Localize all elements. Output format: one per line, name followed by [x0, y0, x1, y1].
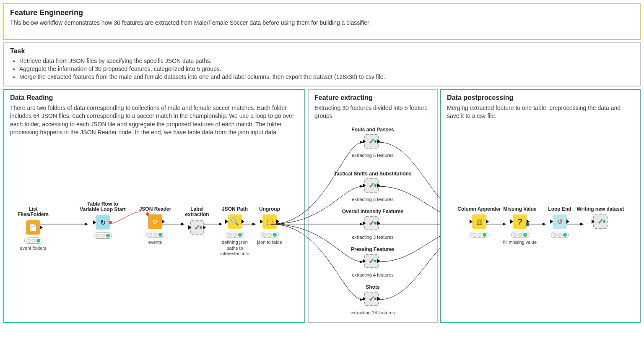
task-list: Retrieve data from JSON files by specify…: [19, 57, 634, 80]
node-metanode-pressing[interactable]: [353, 254, 390, 271]
node-ungroup[interactable]: Ungroup ⬚ json to table: [251, 206, 288, 246]
node-list-files[interactable]: List Files/Folders 📄 event folders: [14, 206, 52, 251]
ungroup-icon: ⬚: [262, 214, 277, 229]
node-loop-end[interactable]: Loop End ↺: [541, 206, 579, 240]
json-reader-icon: ⟳: [148, 214, 162, 229]
status-lights: [94, 232, 112, 239]
status-lights: [511, 232, 529, 238]
node-json-reader[interactable]: JSON Reader ⟳ events: [136, 206, 174, 246]
status-lights: [470, 232, 488, 238]
data-post-title: Data postprocessing: [447, 94, 634, 102]
metanode-icon: [364, 178, 379, 193]
node-loop-start[interactable]: Table Row to Variable Loop Start ↻: [78, 201, 128, 241]
file-icon: 📄: [26, 220, 40, 235]
task-annotation: Task Retrieve data from JSON files by sp…: [3, 42, 641, 86]
metanode-icon: [364, 134, 379, 149]
fg-title: Overall Intensity Features: [309, 209, 437, 214]
missing-value-icon: ?: [513, 214, 527, 229]
metanode-icon: [190, 220, 204, 235]
feature-extract-annotation: Feature extracting Extracting 30 feature…: [308, 89, 438, 323]
metanode-icon: [364, 254, 379, 268]
banner-desc: This below workflow demonstrates how 30 …: [10, 19, 634, 27]
data-post-desc: Merging extracted feature to one table, …: [447, 104, 634, 120]
data-reading-desc: There are two folders of data correspond…: [10, 104, 299, 137]
fg-title: Shots: [309, 284, 437, 290]
status-lights: [146, 232, 164, 238]
node-missing-value[interactable]: Missing Value ? fill missing value: [501, 206, 539, 246]
fg-cap: extracting 3 features: [309, 235, 437, 240]
task-item: Aggregate the information of 30 proposed…: [19, 65, 634, 72]
node-metanode-tactical[interactable]: [353, 178, 390, 195]
status-lights: [551, 232, 569, 238]
status-lights: [261, 232, 279, 238]
fg-title: Tactical Shifts and Substitutions: [309, 171, 437, 177]
node-metanode-intensity[interactable]: [353, 216, 390, 233]
metanode-icon: [364, 292, 379, 306]
node-metanode-shots[interactable]: [353, 292, 390, 308]
status-lights: [24, 238, 42, 244]
data-post-annotation: Data postprocessing Merging extracted fe…: [440, 89, 641, 323]
metanode-icon: [364, 216, 379, 230]
loop-end-icon: ↺: [553, 214, 567, 229]
column-appender-icon: ▥: [472, 214, 486, 229]
json-path-icon: 🔍: [228, 214, 242, 229]
fg-title: Pressing Features: [309, 246, 437, 252]
metanode-icon: [593, 214, 608, 229]
fg-title: Fouls and Passes: [309, 127, 437, 133]
node-writing-dataset[interactable]: Writing new dataset: [575, 206, 626, 232]
loop-start-icon: ↻: [96, 215, 110, 230]
node-metanode-fouls-passes[interactable]: [353, 134, 390, 151]
node-json-path[interactable]: JSON Path 🔍 defining json paths to inter…: [216, 206, 254, 256]
task-item: Retrieve data from JSON files by specify…: [19, 57, 634, 64]
feature-extract-title: Feature extracting: [314, 94, 431, 102]
node-label-extraction[interactable]: Label extraction: [178, 206, 216, 238]
status-lights: [226, 232, 244, 238]
banner-annotation: Feature Engineering This below workflow …: [3, 3, 641, 40]
fg-cap: extracting 5 features: [309, 197, 437, 202]
feature-extract-desc: Extracting 30 features divided into 5 fe…: [314, 104, 431, 120]
node-column-appender[interactable]: Column Appender ▥: [456, 206, 502, 240]
data-reading-annotation: Data Reading There are two folders of da…: [3, 89, 305, 323]
fg-cap: extracting 13 features: [309, 310, 437, 315]
data-reading-title: Data Reading: [10, 94, 299, 102]
fg-cap: extracting 5 features: [309, 153, 437, 158]
task-title: Task: [10, 47, 634, 55]
task-item: Merge the extracted features from the ma…: [19, 73, 634, 80]
fg-cap: extracting 4 features: [309, 272, 437, 277]
banner-title: Feature Engineering: [10, 8, 634, 17]
